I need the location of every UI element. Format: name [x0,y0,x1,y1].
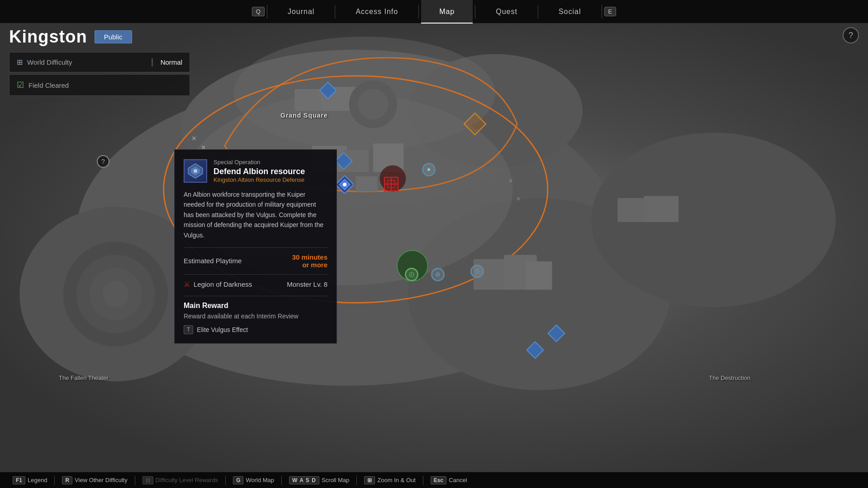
nav-item-journal[interactable]: Journal [270,0,332,24]
bottom-view-difficulty[interactable]: R View Other Difficulty [58,476,131,484]
svg-rect-20 [617,198,648,222]
difficulty-key: R [62,476,72,484]
marker-stairs-3: ✕ [508,176,517,186]
main-reward-title: Main Reward [184,302,327,310]
marker-stairs-4: ✕ [516,194,524,204]
marker-special-orange[interactable] [467,116,483,132]
svg-rect-14 [294,89,321,111]
svg-point-27 [358,89,389,120]
marker-diamond-top[interactable] [322,84,334,97]
scroll-key: W A S D [289,476,319,484]
svg-text:✕: ✕ [191,135,197,142]
world-map-label: World Map [246,477,274,483]
nav-item-map[interactable]: Map [421,0,473,24]
enemy-row: ⚔ Legion of Darkness Monster Lv. 8 [184,280,327,289]
divider-2 [184,274,327,275]
marker-question[interactable]: ? [97,155,109,168]
bottom-bar: F1 Legend R View Other Difficulty ⊡ Diff… [0,472,868,488]
marker-blue-circle-2[interactable] [470,265,484,278]
divider-1 [184,247,327,248]
svg-rect-13 [356,176,377,192]
bottom-zoom[interactable]: ⊞ Zoom In & Out [360,476,419,484]
legend-key: F1 [13,476,25,484]
svg-rect-19 [526,261,552,290]
world-difficulty-value: Normal [161,58,182,66]
world-difficulty-label: World Difficulty [27,58,144,66]
difficulty-icon: ⊞ [17,58,23,66]
field-cleared-row: ☑ Field Cleared [9,74,190,96]
bottom-legend[interactable]: F1 Legend [9,476,51,484]
bottom-difficulty-rewards: ⊡ Difficulty Level Rewards [139,476,222,484]
marker-stairs-1: ✕ [191,134,199,144]
cancel-key: Esc [431,476,446,484]
sidebar: Kingston Public ⊞ World Difficulty ┃ Nor… [9,27,190,98]
enemy-level: Monster Lv. 8 [287,280,327,288]
mission-description: An Albion workforce transporting the Kui… [184,190,327,240]
mission-name: Defend Albion resource [213,167,305,176]
svg-point-36 [411,274,413,275]
marker-crosshair[interactable] [384,177,398,191]
enemy-icon: ⚔ [184,280,190,289]
rewards-label: Difficulty Level Rewards [156,477,218,483]
svg-point-49 [343,183,346,186]
divider-3 [184,296,327,296]
location-name: Kingston [9,27,87,47]
reward-item: T Elite Vulgus Effect [184,325,327,334]
destruction-label: The Destruction [709,374,750,381]
divider-b2 [135,476,135,485]
grand-square-label: Grand Square [280,112,328,119]
mission-type: Special Operation [213,159,305,166]
enemy-name: Legion of Darkness [194,280,252,288]
public-badge: Public [95,30,132,43]
zoom-key: ⊞ [364,476,375,484]
nav-key-left: Q [252,7,265,16]
bottom-world-map[interactable]: G World Map [229,476,278,484]
cancel-label: Cancel [449,477,467,483]
marker-green-circle[interactable] [405,268,418,281]
difficulty-label: View Other Difficulty [75,477,128,483]
marker-active-mission[interactable] [336,175,354,195]
checkmark-icon: ☑ [17,80,24,90]
enemy-info: ⚔ Legion of Darkness [184,280,252,289]
fallen-theater-label: The Fallen Theater [59,374,109,381]
svg-text:✕: ✕ [516,196,521,202]
divider-b1 [54,476,55,485]
world-map-key: G [233,476,243,484]
location-header: Kingston Public [9,27,190,47]
marker-diamond-bottom-right-1[interactable] [529,344,541,356]
popup-mission-info: Special Operation Defend Albion resource… [213,159,305,183]
playtime-row: Estimated Playtime 30 minutesor more [184,253,327,269]
divider-b6 [423,476,423,485]
marker-circle-blue[interactable] [422,163,436,176]
reward-item-label: Elite Vulgus Effect [197,326,248,333]
legend-label: Legend [28,477,47,483]
bottom-cancel[interactable]: Esc Cancel [427,476,471,484]
reward-description: Reward available at each Interim Review [184,313,327,320]
nav-item-access-info[interactable]: Access Info [337,0,416,24]
mission-popup: Special Operation Defend Albion resource… [174,149,337,344]
bottom-scroll-map[interactable]: W A S D Scroll Map [285,476,353,484]
popup-header: Special Operation Defend Albion resource… [184,159,327,183]
divider-b5 [356,476,357,485]
difficulty-divider: ┃ [150,58,154,66]
mission-subtitle: Kingston Albion Resource Defense [213,176,305,183]
nav-item-social[interactable]: Social [541,0,599,24]
reward-key-badge: T [184,325,193,334]
marker-blue-circle-1[interactable] [431,268,445,281]
marker-diamond-left[interactable] [337,155,350,167]
svg-text:✕: ✕ [508,178,513,184]
zoom-label: Zoom In & Out [377,477,416,483]
top-navigation: Q Journal Access Info Map Quest Social E [0,0,868,24]
world-difficulty-row: ⊞ World Difficulty ┃ Normal [9,52,190,72]
playtime-value: 30 minutesor more [292,253,327,269]
nav-item-quest[interactable]: Quest [478,0,536,24]
divider-b3 [225,476,226,485]
rewards-key: ⊡ [142,476,153,484]
svg-rect-21 [644,196,678,222]
svg-point-52 [194,169,197,173]
help-button[interactable]: ? [843,27,859,43]
marker-diamond-bottom-right-2[interactable] [550,327,563,340]
nav-key-right: E [604,7,617,16]
svg-point-25 [103,281,129,307]
mission-icon [184,159,207,183]
